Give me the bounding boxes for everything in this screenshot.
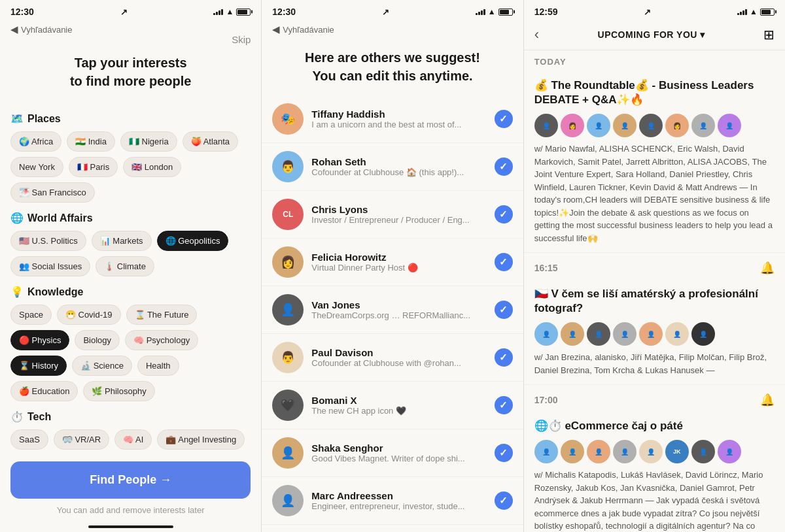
- avatar-paul: 👨: [272, 342, 304, 373]
- check-shaka[interactable]: ✓: [495, 444, 513, 462]
- check-van[interactable]: ✓: [495, 301, 513, 319]
- tag-psychology[interactable]: 🧠 Psychology: [125, 330, 198, 350]
- avatar-row-ecommerce: 👤 👤 👤 👤 👤 JK 👤 👤: [534, 440, 775, 463]
- status-icons-3: ▲: [737, 7, 775, 16]
- tag-physics[interactable]: 🔴 Physics: [10, 330, 69, 350]
- back-arrow-1[interactable]: ◀: [10, 24, 18, 35]
- status-icons-1: ▲: [213, 7, 251, 16]
- tag-covid[interactable]: 😷 Covid-19: [57, 305, 121, 325]
- avatar: 👤: [691, 440, 715, 463]
- person-item: CL Chris Lyons Investor / Entrepreneur /…: [262, 191, 523, 239]
- tag-future[interactable]: ⌛ The Future: [126, 305, 198, 325]
- tag-africa[interactable]: 🌍 Africa: [10, 131, 61, 152]
- check-felicia[interactable]: ✓: [495, 253, 513, 271]
- tag-education[interactable]: 🍎 Education: [10, 381, 78, 401]
- tag-sf[interactable]: 🌁 San Francisco: [10, 182, 95, 203]
- event-desc-fotograf: w/ Jan Brezina, alanisko, Jiří Matějka, …: [534, 351, 775, 376]
- person-name: Felicia Horowitz: [311, 252, 486, 263]
- interests-content: Tap your intereststo find more people 🗺️…: [0, 41, 261, 532]
- tag-ai[interactable]: 🧠 AI: [114, 429, 152, 450]
- avatar-shaka: 👤: [272, 437, 304, 469]
- nav-bar-1: ◀ Vyhľadávanie: [0, 21, 261, 41]
- bar1: [213, 13, 215, 15]
- tag-atlanta[interactable]: 🍑 Atlanta: [183, 131, 238, 152]
- person-bio: The new CH app icon 🖤: [311, 406, 486, 416]
- check-bomani[interactable]: ✓: [495, 396, 513, 414]
- upcoming-text: UPCOMING FOR YOU: [598, 29, 697, 40]
- tag-markets[interactable]: 📊 Markets: [92, 231, 152, 251]
- interests-header: Tap your intereststo find more people: [10, 46, 251, 103]
- back-button-3[interactable]: ‹: [534, 26, 539, 43]
- bar4: [221, 9, 223, 15]
- tag-india[interactable]: 🇮🇳 India: [67, 131, 115, 152]
- avatar-rohan: 👨: [272, 151, 304, 182]
- tag-angel[interactable]: 💼 Angel Investing: [157, 429, 245, 450]
- person-item: 👨 Paul Davison Cofounder at Clubhouse wi…: [262, 334, 523, 382]
- signal-2: [476, 9, 485, 15]
- check-chris[interactable]: ✓: [495, 205, 513, 224]
- tech-label: Tech: [27, 411, 51, 423]
- status-bar-3: 12:59 ↗ ▲: [524, 0, 785, 21]
- tag-philosophy[interactable]: 🌿 Philosophy: [83, 381, 154, 401]
- avatar: 👤: [613, 440, 637, 463]
- person-item: 👩 Gayle ✓: [262, 525, 523, 532]
- panel-suggest: 12:30 ↗ ▲ ◀ Vyhľadávanie Here are others…: [261, 0, 523, 532]
- avatar: 👤: [665, 322, 689, 346]
- avatar-tiffany: 🎭: [272, 103, 304, 135]
- tag-geopolitics[interactable]: 🌐 Geopolitics: [157, 231, 229, 251]
- avatar: 👤: [534, 114, 558, 137]
- nav-title-2: Vyhľadávanie: [283, 25, 334, 35]
- knowledge-label: Knowledge: [27, 286, 83, 298]
- person-name: Tiffany Haddish: [311, 108, 486, 120]
- check-rohan[interactable]: ✓: [495, 158, 513, 176]
- tag-nigeria[interactable]: 🇳🇬 Nigeria: [120, 131, 177, 152]
- avatar: 👤: [534, 440, 558, 463]
- signal-1: [213, 9, 223, 15]
- wifi-3: ▲: [750, 7, 758, 16]
- person-item: 👤 Marc Andreessen Engineer, entrepreneur…: [262, 477, 523, 525]
- avatar: 👩: [665, 114, 689, 137]
- tag-paris[interactable]: 🇫🇷 Paris: [69, 157, 118, 177]
- bell-icon-fotograf[interactable]: 🔔: [760, 261, 775, 275]
- grid-icon[interactable]: ⊞: [763, 27, 775, 42]
- event-title-ecommerce: 🌐⏱️ eCommerce čaj o páté: [534, 419, 775, 433]
- nav-title-1: Vyhľadávanie: [21, 25, 72, 35]
- tag-uspolitics[interactable]: 🇺🇸 U.S. Politics: [10, 231, 86, 251]
- dropdown-arrow[interactable]: ▾: [700, 29, 705, 40]
- world-label: World Affairs: [27, 212, 93, 224]
- tag-science[interactable]: 🔬 Science: [72, 356, 132, 376]
- avatar: 👤: [718, 440, 741, 463]
- tech-tags: SaaS 🥽 VR/AR 🧠 AI 💼 Angel Investing: [10, 429, 251, 450]
- tag-london[interactable]: 🇬🇧 London: [123, 157, 181, 177]
- bar4-3: [745, 9, 747, 15]
- avatar: 👤: [613, 322, 637, 346]
- bell-icon-ecommerce[interactable]: 🔔: [760, 393, 775, 407]
- person-info-rohan: Rohan Seth Cofounder at Clubhouse 🏠 (thi…: [311, 156, 486, 177]
- tag-space[interactable]: Space: [10, 305, 52, 325]
- tag-climate[interactable]: 🌡️ Climate: [96, 256, 154, 276]
- wifi-2: ▲: [488, 7, 496, 16]
- bar2-2: [478, 12, 480, 15]
- avatar: 👤: [587, 114, 610, 137]
- tag-health[interactable]: Health: [137, 356, 179, 376]
- person-name: Shaka Senghor: [311, 442, 486, 454]
- panel-upcoming: 12:59 ↗ ▲ ‹ UPCOMING FOR YOU ▾ ⊞ TODAY 💰…: [523, 0, 785, 532]
- person-name: Bomani X: [311, 395, 486, 406]
- event-time-ecommerce: 17:00: [534, 395, 558, 405]
- check-tiffany[interactable]: ✓: [495, 110, 513, 128]
- check-paul[interactable]: ✓: [495, 348, 513, 367]
- tag-newyork[interactable]: New York: [10, 157, 63, 177]
- status-bar-2: 12:30 ↗ ▲: [262, 0, 523, 21]
- tag-biology[interactable]: Biology: [75, 330, 120, 350]
- find-people-button[interactable]: Find People →: [10, 461, 251, 499]
- tag-history[interactable]: ⌛ History: [10, 356, 67, 376]
- check-marc[interactable]: ✓: [495, 491, 513, 510]
- tag-social[interactable]: 👥 Social Issues: [10, 256, 90, 276]
- back-arrow-2[interactable]: ◀: [272, 24, 280, 35]
- tag-vrar[interactable]: 🥽 VR/AR: [54, 429, 109, 450]
- bar3-2: [481, 10, 483, 15]
- skip-button[interactable]: Skip: [232, 34, 251, 45]
- time-3: 12:59: [534, 7, 558, 17]
- event-ecommerce: 🌐⏱️ eCommerce čaj o páté 👤 👤 👤 👤 👤 JK 👤 …: [524, 411, 785, 532]
- tag-saas[interactable]: SaaS: [10, 429, 48, 450]
